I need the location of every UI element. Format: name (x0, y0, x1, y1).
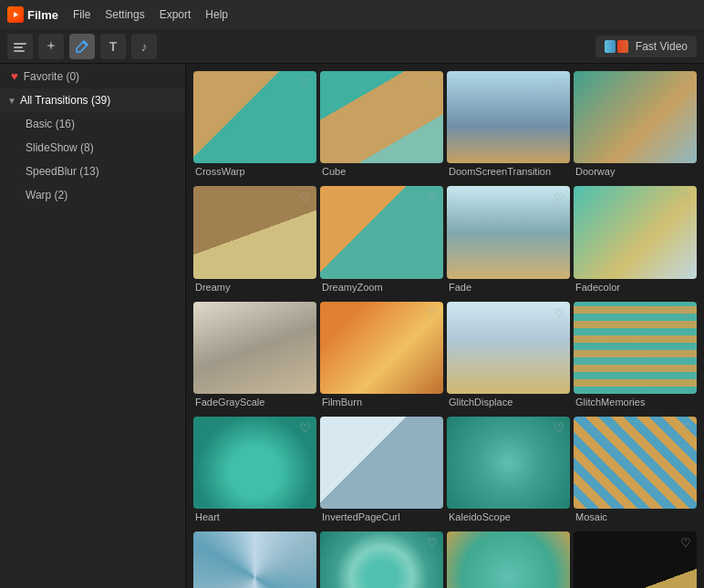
transition-item-rotatescalefade[interactable]: ♡RotateScaleFade (574, 531, 697, 588)
heart-button-rotatescalefade[interactable]: ♡ (680, 536, 691, 550)
heart-button-glitchmemories[interactable]: ♡ (680, 306, 691, 320)
transition-label-fade: Fade (447, 279, 570, 298)
transition-thumb-kaleidoscope: ♡ (447, 417, 570, 509)
all-transitions-label: All Transitions (39) (20, 94, 110, 107)
transition-item-doomscreen[interactable]: ♡DoomScreenTransition (447, 71, 570, 182)
transition-thumb-polkadotscurtain: ♡ (447, 531, 570, 588)
transition-item-fade[interactable]: ♡Fade (447, 186, 570, 297)
transition-label-mosaic: Mosaic (574, 509, 697, 528)
svg-rect-2 (14, 43, 26, 45)
transition-item-invertedpagecurl[interactable]: ♡InvertedPageCurl (320, 417, 443, 528)
transition-thumb-fade: ♡ (447, 186, 570, 278)
heart-button-fade[interactable]: ♡ (554, 191, 564, 204)
heart-button-crosswarp[interactable]: ♡ (300, 76, 311, 89)
transition-thumb-pinwheel: ♡ (193, 531, 316, 588)
transition-label-doorway: Doorway (574, 163, 697, 182)
transition-item-heart[interactable]: ♡Heart (193, 417, 316, 528)
timeline-button[interactable] (7, 34, 33, 59)
heart-button-doomscreen[interactable]: ♡ (554, 76, 564, 89)
heart-button-dreamy[interactable]: ♡ (300, 191, 311, 204)
heart-button-polkadotscurtain[interactable]: ♡ (554, 536, 564, 550)
transition-item-pinwheel[interactable]: ♡Pinwheel (193, 531, 316, 588)
transition-item-fadecolor[interactable]: ♡Fadecolor (574, 186, 697, 297)
transition-item-crosswarp[interactable]: ♡CrossWarp (193, 71, 316, 182)
transition-label-fadecolor: Fadecolor (574, 279, 697, 298)
heart-button-dreamyzoom[interactable]: ♡ (427, 191, 438, 204)
svg-rect-4 (14, 50, 25, 52)
music-button[interactable]: ♪ (131, 34, 157, 59)
transition-label-crosswarp: CrossWarp (193, 163, 316, 182)
transition-thumb-fadegrayscale: ♡ (193, 302, 316, 394)
basic-label: Basic (16) (26, 118, 75, 130)
transition-label-kaleidoscope: KaleidoScope (447, 509, 570, 528)
transition-label-cube: Cube (320, 163, 443, 182)
transitions-grid-area: ♡CrossWarp♡Cube♡DoomScreenTransition♡Doo… (186, 64, 704, 588)
transition-thumb-doorway: ♡ (574, 71, 697, 163)
text-button[interactable]: T (100, 34, 126, 59)
transition-thumb-fadecolor: ♡ (574, 186, 697, 278)
speedblur-label: SpeedBlur (13) (26, 165, 99, 178)
heart-button-doorway[interactable]: ♡ (680, 76, 691, 89)
transition-item-glitchdisplace[interactable]: ♡GlitchDisplace (447, 302, 570, 413)
transition-thumb-filmburn: ♡ (320, 302, 443, 394)
app-logo: Filme (7, 6, 58, 23)
fast-video-icon (605, 39, 630, 54)
fast-video-button[interactable]: Fast Video (595, 36, 697, 57)
heart-icon: ♥ (11, 69, 18, 83)
transition-item-filmburn[interactable]: ♡FilmBurn (320, 302, 443, 413)
transition-label-fadegrayscale: FadeGrayScale (193, 394, 316, 413)
heart-button-kaleidoscope[interactable]: ♡ (554, 421, 564, 435)
logo-icon (7, 6, 24, 23)
transition-item-kaleidoscope[interactable]: ♡KaleidoScope (447, 417, 570, 528)
transition-item-dreamyzoom[interactable]: ♡DreamyZoom (320, 186, 443, 297)
sidebar-warp[interactable]: Warp (2) (15, 183, 185, 207)
heart-button-cube[interactable]: ♡ (427, 76, 438, 89)
heart-button-mosaic[interactable]: ♡ (680, 421, 691, 435)
sidebar-slideshow[interactable]: SlideShow (8) (15, 136, 185, 160)
heart-button-invertedpagecurl[interactable]: ♡ (427, 421, 438, 435)
menu-help[interactable]: Help (205, 8, 228, 21)
warp-label: Warp (2) (26, 189, 67, 201)
transition-label-doomscreen: DoomScreenTransition (447, 163, 570, 182)
transition-label-filmburn: FilmBurn (320, 394, 443, 413)
heart-button-fadecolor[interactable]: ♡ (680, 191, 691, 204)
main-content: ♥ Favorite (0) ▼ All Transitions (39) Ba… (0, 64, 704, 588)
transition-item-glitchmemories[interactable]: ♡GlitchMemories (574, 302, 697, 413)
heart-button-polarfunction[interactable]: ♡ (427, 536, 438, 550)
transition-item-mosaic[interactable]: ♡Mosaic (574, 417, 697, 528)
transition-label-glitchdisplace: GlitchDisplace (447, 394, 570, 413)
sidebar-basic[interactable]: Basic (16) (15, 112, 185, 136)
transition-label-glitchmemories: GlitchMemories (574, 394, 697, 413)
heart-button-filmburn[interactable]: ♡ (427, 306, 438, 320)
arrow-down-icon: ▼ (7, 96, 16, 106)
transition-thumb-dreamy: ♡ (193, 186, 316, 278)
transition-label-invertedpagecurl: InvertedPageCurl (320, 509, 443, 528)
transition-item-polkadotscurtain[interactable]: ♡PolkaDotsCurtain (447, 531, 570, 588)
transition-item-cube[interactable]: ♡Cube (320, 71, 443, 182)
edit-button[interactable] (69, 34, 95, 59)
sidebar-all-transitions[interactable]: ▼ All Transitions (39) (0, 88, 185, 112)
heart-button-pinwheel[interactable]: ♡ (300, 536, 311, 550)
menu-file[interactable]: File (73, 8, 90, 21)
transition-thumb-invertedpagecurl: ♡ (320, 417, 443, 509)
transition-item-fadegrayscale[interactable]: ♡FadeGrayScale (193, 302, 316, 413)
fast-video-label: Fast Video (636, 40, 688, 53)
sidebar-speedblur[interactable]: SpeedBlur (13) (15, 160, 185, 183)
sidebar: ♥ Favorite (0) ▼ All Transitions (39) Ba… (0, 64, 186, 588)
app-title: Filme (27, 8, 58, 22)
transition-item-polarfunction[interactable]: ♡PolarFunction (320, 531, 443, 588)
sidebar-favorite[interactable]: ♥ Favorite (0) (0, 64, 185, 88)
transition-thumb-glitchmemories: ♡ (574, 302, 697, 394)
heart-button-glitchdisplace[interactable]: ♡ (554, 306, 564, 320)
magic-button[interactable] (38, 34, 64, 59)
transition-item-dreamy[interactable]: ♡Dreamy (193, 186, 316, 297)
transition-item-doorway[interactable]: ♡Doorway (574, 71, 697, 182)
menu-export[interactable]: Export (160, 8, 192, 21)
menu-settings[interactable]: Settings (105, 8, 144, 21)
transition-thumb-crosswarp: ♡ (193, 71, 316, 163)
heart-button-heart[interactable]: ♡ (300, 421, 311, 435)
sidebar-children: Basic (16) SlideShow (8) SpeedBlur (13) … (0, 112, 185, 207)
heart-button-fadegrayscale[interactable]: ♡ (300, 306, 311, 320)
favorite-label: Favorite (0) (24, 70, 79, 83)
transition-thumb-heart: ♡ (193, 417, 316, 509)
